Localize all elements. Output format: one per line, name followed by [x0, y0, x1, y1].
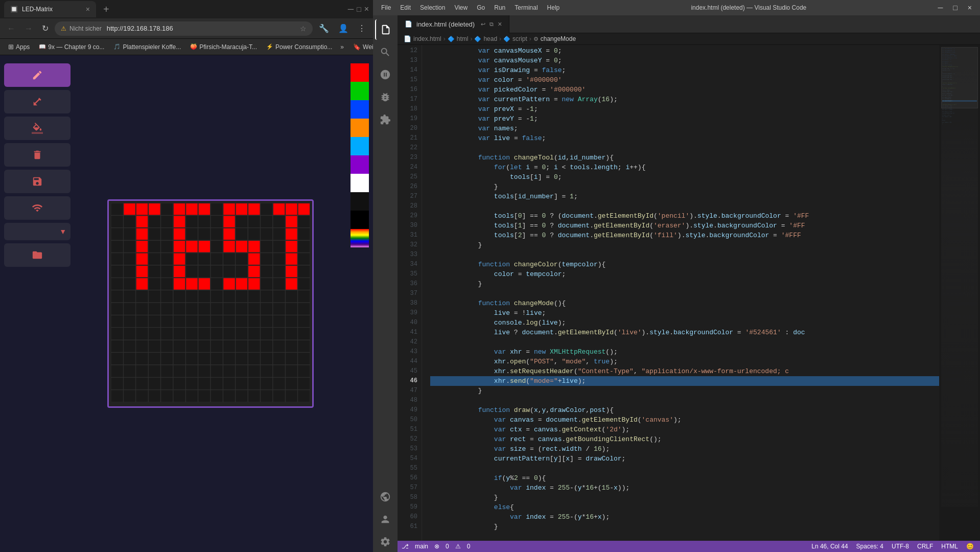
color-rainbow[interactable]: [351, 229, 369, 247]
status-feedback-icon[interactable]: 😊: [964, 543, 976, 550]
vscode-restore-icon[interactable]: □: [949, 4, 961, 12]
bookmark-power[interactable]: ⚡ Power Consumptio...: [262, 42, 336, 52]
code-content[interactable]: var canvasMouseX = 0; var canvasMouseY =…: [422, 45, 939, 541]
activity-files[interactable]: [375, 19, 395, 40]
activity-account[interactable]: [375, 509, 395, 530]
git-branch-label[interactable]: main: [413, 543, 430, 550]
browser-toolbar: ← → ↻ ⚠ Nicht sicher http://192.168.178.…: [0, 18, 373, 39]
security-label: Nicht sicher: [69, 25, 102, 32]
color-black[interactable]: [351, 211, 369, 229]
pencil-tool-button[interactable]: [4, 63, 71, 87]
color-blue[interactable]: [351, 100, 369, 119]
code-line-28: [430, 201, 939, 211]
new-tab-button[interactable]: +: [98, 0, 114, 18]
browser-tab-bar: 🔲 LED-Matrix × + ─ □ ×: [0, 0, 373, 18]
pencil-icon: [32, 70, 43, 81]
menu-edit[interactable]: Edit: [396, 3, 415, 12]
bookmark-apps[interactable]: ⊞ Apps: [4, 42, 34, 52]
color-purple[interactable]: [351, 155, 369, 174]
status-right: Ln 46, Col 44 Spaces: 4 UTF-8 CRLF HTML …: [809, 543, 976, 550]
status-ln-col[interactable]: Ln 46, Col 44: [809, 543, 850, 550]
save-tool-button[interactable]: [4, 170, 71, 193]
menu-help[interactable]: Help: [543, 3, 564, 12]
bookmark-chapter9[interactable]: 📖 9x — Chapter 9 co...: [35, 42, 108, 52]
menu-file[interactable]: File: [377, 3, 395, 12]
bookmark-plattenspieler[interactable]: 🎵 Plattenspieler Koffe...: [109, 42, 185, 52]
status-line-ending[interactable]: CRLF: [915, 543, 935, 550]
menu-go[interactable]: Go: [473, 3, 489, 12]
fill-tool-button[interactable]: [4, 117, 71, 140]
editor-tab-active[interactable]: 📄 index.html (deleted) ↩ ⧉ ×: [398, 15, 509, 33]
menu-icon[interactable]: ⋮: [355, 21, 369, 35]
extensions-icon[interactable]: 🔧: [316, 21, 332, 35]
eraser-tool-button[interactable]: [4, 90, 71, 113]
led-canvas[interactable]: [111, 203, 310, 402]
close-browser-icon[interactable]: ×: [364, 5, 369, 14]
source-control-icon[interactable]: ↩: [481, 21, 485, 28]
menu-selection[interactable]: Selection: [416, 3, 449, 12]
code-line-20: var names;: [430, 124, 939, 133]
color-white[interactable]: [351, 174, 369, 192]
code-editor[interactable]: 12131415 16171819 20212223 24252627 2829…: [398, 45, 939, 541]
code-line-58: }: [430, 493, 939, 502]
status-encoding[interactable]: UTF-8: [890, 543, 911, 550]
code-line-13: var canvasMouseY = 0;: [430, 56, 939, 65]
breadcrumb-head[interactable]: head: [483, 35, 497, 42]
bookmark-lesezeichen[interactable]: 🔖 Weitere Lesezeichen: [349, 42, 373, 52]
code-line-54: currentPattern[y][x] = drawColor;: [430, 454, 939, 464]
restore-icon[interactable]: □: [357, 5, 361, 13]
breadcrumb-file[interactable]: index.html: [413, 35, 441, 42]
code-line-36: }: [430, 279, 939, 289]
status-language[interactable]: HTML: [939, 543, 960, 550]
menu-run[interactable]: Run: [490, 3, 509, 12]
activity-debug[interactable]: [375, 87, 395, 107]
profile-icon[interactable]: 👤: [335, 21, 352, 35]
delete-tool-button[interactable]: [4, 143, 71, 167]
folder-icon: [32, 249, 43, 261]
minimize-icon[interactable]: ─: [348, 5, 354, 14]
code-line-18: var prevX = -1;: [430, 104, 939, 114]
star-icon[interactable]: ☆: [300, 25, 307, 33]
breadcrumb-html[interactable]: html: [457, 35, 469, 42]
dropdown-button[interactable]: ▼: [4, 223, 71, 240]
activity-extensions[interactable]: [375, 109, 395, 130]
warnings-count[interactable]: 0: [465, 543, 473, 550]
code-line-27: tools[id_number] = 1;: [430, 192, 939, 201]
breadcrumb-changemode[interactable]: changeMode: [541, 35, 576, 42]
bookmark-pfirsich[interactable]: 🍑 Pfirsich-Maracuja-T...: [186, 42, 261, 52]
led-grid-container[interactable]: [107, 199, 314, 408]
back-button[interactable]: ←: [4, 22, 18, 35]
vscode-minimize-icon[interactable]: ─: [934, 4, 947, 12]
color-palette: [351, 63, 369, 544]
errors-count[interactable]: 0: [444, 543, 451, 550]
tab-close-icon[interactable]: ×: [86, 5, 90, 13]
activity-search[interactable]: [375, 42, 395, 62]
color-green[interactable]: [351, 82, 369, 100]
activity-remote[interactable]: [375, 487, 395, 507]
menu-view[interactable]: View: [450, 3, 472, 12]
minimap: var canvasMouseX = 0; var canvasMouseY =…: [939, 45, 980, 541]
activity-git[interactable]: [375, 64, 395, 85]
activity-settings[interactable]: [375, 532, 395, 552]
folder-tool-button[interactable]: [4, 243, 71, 267]
color-orange[interactable]: [351, 119, 369, 137]
editor-tab-close-icon[interactable]: ×: [498, 20, 502, 28]
color-dark[interactable]: [351, 192, 369, 211]
code-line-47: }: [430, 386, 939, 396]
color-cyan[interactable]: [351, 137, 369, 155]
reload-button[interactable]: ↻: [39, 21, 52, 35]
bookmarks-bar: ⊞ Apps 📖 9x — Chapter 9 co... 🎵 Plattens…: [0, 39, 373, 55]
code-line-41: live ? document.getElementById('live').s…: [430, 328, 939, 337]
code-line-17: var currentPattern = new Array(16);: [430, 95, 939, 104]
vscode-close-icon[interactable]: ×: [964, 4, 976, 12]
color-red[interactable]: [351, 63, 369, 82]
status-spaces[interactable]: Spaces: 4: [854, 543, 885, 550]
menu-terminal[interactable]: Terminal: [510, 3, 542, 12]
bookmarks-more-button[interactable]: »: [337, 42, 347, 52]
breadcrumb-script[interactable]: script: [512, 35, 527, 42]
address-bar[interactable]: ⚠ Nicht sicher http://192.168.178.186 ☆: [55, 21, 313, 36]
browser-tab-active[interactable]: 🔲 LED-Matrix ×: [4, 1, 96, 17]
split-editor-icon[interactable]: ⧉: [489, 21, 494, 28]
wifi-tool-button[interactable]: [4, 196, 71, 220]
forward-button[interactable]: →: [21, 22, 36, 35]
